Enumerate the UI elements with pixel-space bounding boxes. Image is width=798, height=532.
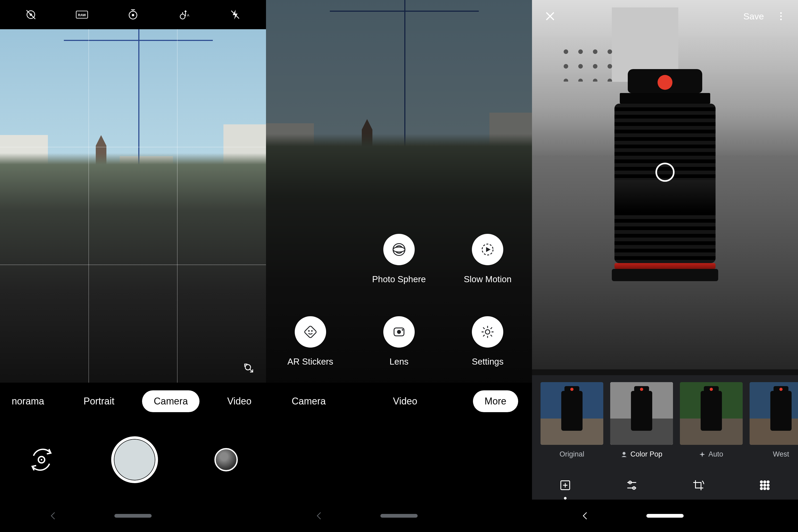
raw-icon[interactable]: RAW: [75, 8, 88, 21]
filter-thumb: [680, 382, 743, 445]
filter-thumb: [610, 382, 673, 445]
mode-photo-sphere[interactable]: Photo Sphere: [372, 234, 426, 284]
mode-panorama[interactable]: norama: [0, 391, 56, 412]
system-navbar: [0, 499, 266, 532]
filter-west[interactable]: West: [749, 382, 798, 458]
svg-text:A: A: [187, 13, 189, 17]
sliders-icon: [625, 479, 638, 492]
frame-plus-icon: [559, 479, 572, 492]
svg-point-48: [764, 487, 766, 490]
timer-icon[interactable]: [127, 8, 139, 21]
focus-indicator-icon: [655, 163, 675, 182]
mode-selector[interactable]: norama Portrait Camera Video More: [0, 383, 266, 420]
svg-point-46: [767, 484, 769, 486]
slow-motion-icon: [472, 234, 503, 265]
editor-topbar: Save: [532, 0, 798, 33]
shutter-button[interactable]: [111, 436, 158, 483]
mode-slow-motion[interactable]: Slow Motion: [464, 234, 511, 284]
adjust-tab[interactable]: [624, 477, 640, 493]
svg-point-30: [780, 12, 782, 14]
zoom-toggle-icon[interactable]: [242, 361, 256, 375]
svg-point-26: [402, 329, 403, 331]
mode-label: AR Stickers: [287, 357, 333, 367]
mode-camera[interactable]: Camera: [142, 391, 200, 412]
last-photo-thumbnail[interactable]: [214, 448, 238, 471]
settings-icon: [472, 316, 503, 347]
lens-icon: [383, 316, 415, 347]
viewfinder[interactable]: [0, 29, 266, 383]
back-icon[interactable]: [48, 511, 58, 521]
editor-tabs: [532, 471, 798, 499]
system-navbar: [532, 499, 798, 532]
mode-portrait[interactable]: Portrait: [72, 391, 126, 412]
editor-preview[interactable]: [532, 0, 798, 369]
flash-off-icon[interactable]: [229, 8, 241, 21]
gridline: [89, 29, 89, 383]
mode-label: Photo Sphere: [372, 274, 426, 284]
filter-color-pop[interactable]: Color Pop: [610, 382, 673, 458]
close-icon[interactable]: [544, 10, 557, 23]
mode-selector[interactable]: Camera Video More: [266, 383, 532, 420]
mode-camera[interactable]: Camera: [280, 391, 337, 412]
svg-point-45: [764, 484, 766, 486]
filter-original[interactable]: Original: [541, 382, 603, 458]
mode-video[interactable]: Video: [215, 391, 263, 412]
camera-controls: [0, 420, 266, 499]
home-pill[interactable]: [647, 514, 684, 518]
filter-label: West: [773, 450, 789, 458]
filter-label: Color Pop: [621, 450, 662, 458]
crop-tab[interactable]: [690, 477, 706, 493]
mode-video[interactable]: Video: [381, 391, 429, 412]
mode-ar-stickers[interactable]: AR Stickers: [287, 316, 333, 367]
save-button[interactable]: Save: [743, 11, 764, 21]
white-balance-icon[interactable]: A: [178, 8, 191, 21]
svg-point-49: [767, 487, 769, 490]
svg-point-32: [780, 19, 782, 20]
filter-thumb: [541, 382, 603, 445]
viewfinder-dimmed: Photo Sphere Slow Motion AR Stickers Len…: [266, 0, 532, 383]
gridline: [0, 265, 266, 265]
filter-auto[interactable]: Auto: [680, 382, 743, 458]
filter-strip[interactable]: Original Color Pop Auto: [532, 375, 798, 471]
camera-app-more: Photo Sphere Slow Motion AR Stickers Len…: [266, 0, 532, 532]
mode-settings[interactable]: Settings: [472, 316, 504, 367]
svg-point-18: [393, 247, 405, 252]
svg-point-23: [311, 330, 312, 331]
crop-rotate-icon: [692, 479, 705, 492]
mode-label: Lens: [389, 357, 409, 367]
svg-rect-21: [304, 325, 317, 338]
home-pill[interactable]: [380, 514, 418, 518]
mode-label: Slow Motion: [464, 274, 511, 284]
svg-point-44: [760, 484, 762, 486]
dots-grid-icon: [758, 479, 772, 492]
camera-topbar: RAW A: [0, 0, 266, 29]
markup-tab[interactable]: [757, 477, 773, 493]
back-icon[interactable]: [580, 511, 591, 521]
camera-app-main: RAW A norama Portrait Camera Video More: [0, 0, 266, 532]
svg-point-8: [132, 14, 134, 16]
filter-thumb: [749, 382, 798, 445]
svg-point-43: [767, 481, 769, 483]
more-options-icon[interactable]: [776, 11, 786, 21]
home-pill[interactable]: [114, 514, 151, 518]
ar-stickers-icon: [295, 316, 326, 347]
mode-lens[interactable]: Lens: [383, 316, 415, 367]
back-icon[interactable]: [314, 511, 325, 521]
mode-label: Settings: [472, 357, 504, 367]
more-modes-grid: Photo Sphere Slow Motion AR Stickers Len…: [266, 234, 532, 367]
switch-camera-button[interactable]: [28, 446, 55, 473]
svg-point-41: [760, 481, 762, 483]
svg-point-22: [308, 330, 310, 331]
svg-marker-20: [486, 247, 491, 252]
filter-label: Auto: [699, 450, 723, 458]
gridline: [0, 147, 266, 147]
svg-point-16: [41, 459, 42, 460]
svg-point-9: [180, 14, 185, 19]
suggestions-tab[interactable]: [557, 477, 573, 493]
svg-text:RAW: RAW: [78, 13, 86, 17]
filter-label: Original: [559, 450, 584, 458]
motion-off-icon[interactable]: [24, 8, 37, 21]
svg-point-13: [245, 365, 251, 370]
mode-more[interactable]: More: [473, 391, 518, 412]
photo-sphere-icon: [383, 234, 415, 265]
